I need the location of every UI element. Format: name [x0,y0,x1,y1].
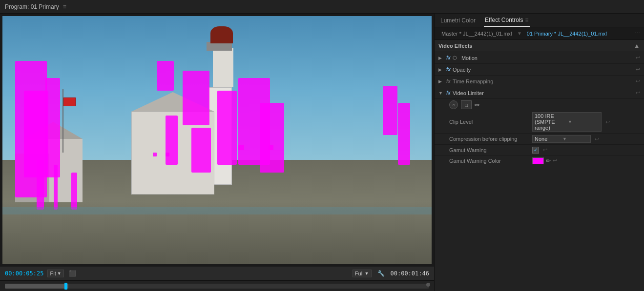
scroll-up-btn[interactable]: ▲ [633,42,640,50]
timeline-bar[interactable] [0,280,434,291]
clip-level-dropdown[interactable]: 100 IRE (SMPTE range) ▼ [532,112,602,132]
time-remapping-expand-arrow[interactable]: ▶ [438,78,444,84]
effect-row-opacity: ▶ fx Opacity ↩ [435,64,644,76]
source-separator: ▼ [517,31,522,36]
video-limiter-label: Video Limiter [453,90,636,96]
effects-title: Video Effects [438,43,473,49]
effects-panel: Video Effects ▲ ▶ fx ⬡ Motion ↩ ▶ fx Opa… [435,40,644,291]
resolution-dropdown-arrow: ▼ [365,271,369,276]
lighthouse-roof [210,26,233,43]
source-more-icon[interactable]: ⋯ [635,30,640,37]
compression-label: Compression before clipping [449,136,532,142]
clip-level-value: 100 IRE (SMPTE range) [535,113,566,131]
time-remapping-reset-btn[interactable]: ↩ [636,78,640,84]
eyedropper-btn[interactable]: ✏ [546,157,551,164]
video-preview[interactable] [2,16,432,264]
video-container [2,16,432,264]
video-limiter-expand-arrow[interactable]: ▼ [438,90,444,96]
settings-icon[interactable]: 🔧 [377,270,385,277]
compression-dropdown[interactable]: None ▼ [532,135,591,143]
source-tab-active[interactable]: 01 Primary * JL__2442(1)_01.mxf [524,30,610,38]
left-building-roof [24,122,83,139]
gamut-warning-reset-btn[interactable]: ↩ [543,147,547,153]
silo [15,154,49,202]
clip-level-dropdown-arrow: ▼ [568,119,599,124]
motion-reset-btn[interactable]: ↩ [636,55,640,61]
opacity-reset-btn[interactable]: ↩ [636,66,640,73]
gamut-warning-label: Gamut Warning [449,147,532,153]
time-remapping-label: Time Remapping [453,78,636,84]
timeline-track [5,284,429,289]
program-title: Program: 01 Primary [5,3,59,10]
timeline-end-marker [426,283,430,287]
compression-row: Compression before clipping None ▼ ↩ [435,134,644,145]
opacity-expand-arrow[interactable]: ▶ [438,67,444,73]
gamut-color-reset-btn[interactable]: ↩ [553,157,557,164]
compression-dropdown-arrow: ▼ [562,136,588,141]
motion-fx-badge: fx [446,55,451,60]
tab-effect-controls[interactable]: Effect Controls ≡ [484,14,530,27]
source-tab-master[interactable]: Master * JL__2442(1)_01.mxf [438,30,515,38]
panel-menu-icon[interactable]: ≡ [525,17,529,23]
timecode-current: 00:00:05:25 [5,270,43,277]
video-controls-bar: 00:00:05:25 Fit ▼ ⬛ Full ▼ 🔧 00:00:01:46 [0,267,434,280]
fit-dropdown[interactable]: Fit ▼ [47,270,63,277]
main-building-roof [131,92,214,112]
main-building [131,112,214,194]
main-layout: 00:00:05:25 Fit ▼ ⬛ Full ▼ 🔧 00:00:01:46 [0,14,644,291]
fit-dropdown-arrow: ▼ [57,271,62,276]
video-limiter-reset-btn[interactable]: ↩ [636,90,640,96]
lighthouse-upper [213,48,233,87]
motion-expand-arrow[interactable]: ▶ [438,55,444,61]
water-hint [2,207,432,214]
gamut-warning-checkbox-wrapper: ✓ [532,147,539,154]
effects-header: Video Effects ▲ [435,40,644,52]
tab-lumetri-color[interactable]: Lumetri Color [439,14,477,27]
resolution-dropdown[interactable]: Full ▼ [353,270,372,277]
gamut-warning-row: Gamut Warning ✓ ↩ [435,145,644,155]
clip-level-label: Clip Level [449,119,532,125]
square-shape-btn[interactable]: □ [461,100,472,109]
motion-icon: ⬡ [453,55,459,61]
program-menu-icon[interactable]: ≡ [63,3,66,10]
timecode-duration: 00:00:01:46 [391,270,429,277]
video-area: 00:00:05:25 Fit ▼ ⬛ Full ▼ 🔧 00:00:01:46 [0,14,434,291]
effect-row-video-limiter: ▼ fx Video Limiter ↩ [435,87,644,99]
top-bar: Program: 01 Primary ≡ [0,0,644,14]
shape-buttons-row: ○ □ ✏ [435,99,644,111]
playhead[interactable] [64,283,67,290]
gamut-color-swatch[interactable] [532,157,544,164]
compression-reset-btn[interactable]: ↩ [595,136,599,142]
export-frame-button[interactable]: ⬛ [68,269,77,278]
clip-level-reset-btn[interactable]: ↩ [605,119,610,125]
clip-level-row: Clip Level 100 IRE (SMPTE range) ▼ ↩ [435,111,644,134]
effect-row-motion: ▶ fx ⬡ Motion ↩ [435,52,644,64]
gamut-warning-checkbox[interactable]: ✓ [532,147,539,154]
motion-label: Motion [461,55,636,61]
flag [63,97,76,106]
timeline-progress [5,284,68,289]
video-limiter-fx-badge: fx [446,90,451,96]
opacity-fx-badge: fx [446,67,451,72]
circle-shape-btn[interactable]: ○ [449,100,458,109]
gamut-color-label: Gamut Warning Color [449,158,532,164]
compression-value: None [535,136,561,142]
right-panel: Lumetri Color Effect Controls ≡ Master *… [434,14,644,291]
source-tabs-bar: Master * JL__2442(1)_01.mxf ▼ 01 Primary… [435,27,644,40]
time-remapping-fx-badge: fx [446,78,451,84]
pencil-btn[interactable]: ✏ [475,101,480,109]
video-frame [2,16,432,264]
panel-tabs: Lumetri Color Effect Controls ≡ [435,14,644,27]
gamut-color-row: Gamut Warning Color ✏ ↩ [435,155,644,166]
effect-row-time-remapping: ▶ fx Time Remapping ↩ [435,76,644,87]
opacity-label: Opacity [453,67,636,73]
